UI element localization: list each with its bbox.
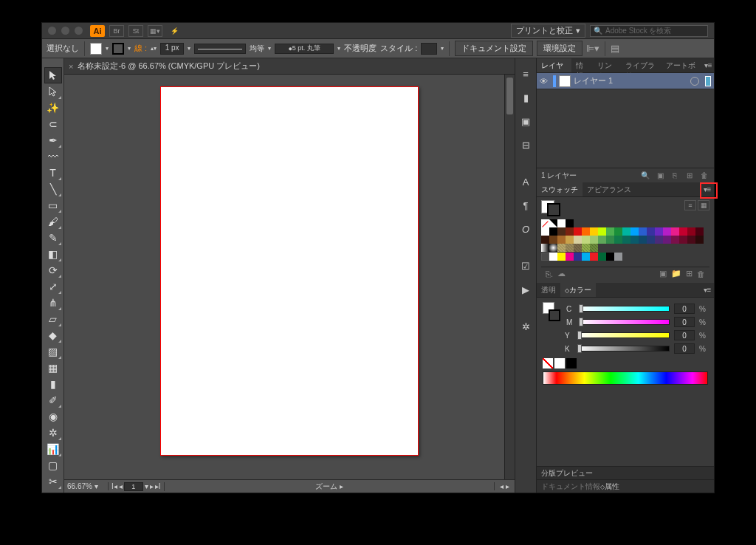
swatch[interactable]	[582, 253, 590, 261]
align-menu-icon[interactable]: ⊫▾	[586, 43, 599, 54]
lasso-tool[interactable]: ⊂	[44, 116, 62, 132]
cyan-input[interactable]: 0	[674, 304, 695, 314]
rectangle-tool[interactable]: ▭	[44, 197, 62, 213]
graphic-style-dropdown[interactable]	[421, 43, 437, 55]
blend-tool[interactable]: ◉	[44, 408, 62, 425]
visibility-toggle-icon[interactable]: 👁	[540, 77, 550, 86]
layer-target-icon[interactable]	[690, 77, 699, 86]
swatch[interactable]	[647, 236, 655, 244]
swatch[interactable]	[630, 236, 639, 244]
current-fill-stroke[interactable]	[541, 200, 560, 216]
control-bar-menu-icon[interactable]: ▤	[611, 43, 619, 54]
dock-opentype-icon[interactable]: O	[518, 221, 534, 237]
mesh-tool[interactable]: ▦	[44, 360, 62, 376]
color-panel-menu-icon[interactable]: ▾≡	[701, 283, 714, 297]
swatch[interactable]	[557, 253, 566, 261]
swatch-options-icon[interactable]: ▣	[659, 269, 667, 278]
dock-navigator-icon[interactable]: ✲	[518, 318, 534, 335]
eyedropper-tool[interactable]: ✐	[44, 392, 62, 408]
stroke-swatch[interactable]	[112, 43, 124, 55]
black-input[interactable]: 0	[674, 343, 695, 354]
yellow-input[interactable]: 0	[674, 330, 695, 340]
shape-builder-tool[interactable]: ◆	[44, 327, 62, 343]
swatch[interactable]	[695, 236, 704, 244]
swatch[interactable]	[566, 253, 574, 261]
curvature-tool[interactable]: 〰	[44, 148, 62, 165]
arrange-documents-button[interactable]: ▦▾	[148, 25, 162, 37]
slice-tool[interactable]: ✂	[44, 473, 62, 490]
swatch[interactable]	[614, 236, 622, 244]
artboard[interactable]	[160, 86, 419, 456]
swatch[interactable]	[541, 219, 549, 227]
yellow-slider[interactable]	[578, 332, 670, 338]
tab-layers[interactable]: レイヤー	[537, 58, 571, 72]
document-tab[interactable]: 名称未設定-6 @ 66.67% (CMYK/GPU プレビュー)	[78, 61, 259, 72]
swatch[interactable]	[566, 219, 574, 227]
symbol-sprayer-tool[interactable]: ✲	[44, 425, 62, 441]
swatch[interactable]	[647, 227, 655, 236]
swatch[interactable]	[549, 227, 557, 236]
magenta-input[interactable]: 0	[674, 317, 695, 327]
color-group-folder-icon[interactable]	[541, 253, 549, 261]
swatch[interactable]	[557, 244, 566, 252]
tab-document-info[interactable]: ドキュメント情報	[541, 481, 600, 492]
close-window-button[interactable]	[48, 27, 56, 35]
dock-character-icon[interactable]: A	[518, 174, 534, 190]
new-color-group-icon[interactable]: 📁	[671, 269, 681, 278]
swatch[interactable]	[557, 236, 566, 244]
swatch[interactable]	[566, 227, 574, 236]
artboard-tool[interactable]: ▢	[44, 457, 62, 473]
delete-layer-icon[interactable]: 🗑	[699, 171, 709, 179]
create-layer-icon[interactable]: ⊞	[684, 171, 695, 179]
eraser-tool[interactable]: ◧	[44, 246, 62, 262]
none-color-chip[interactable]	[543, 358, 553, 369]
stock-search-input[interactable]: 🔍 Adobe Stock を検索	[590, 25, 708, 37]
swatch[interactable]	[695, 227, 704, 236]
swatch-grid-view-icon[interactable]: ▦	[698, 200, 709, 210]
workspace-switcher[interactable]: プリントと校正▾	[511, 24, 585, 38]
artboard-navigation[interactable]: I◂◂1▾▸▸I	[109, 482, 165, 491]
dock-paragraph-icon[interactable]: ¶	[518, 197, 534, 213]
create-sublayer-icon[interactable]: ⎘	[670, 171, 680, 179]
swatch[interactable]	[574, 236, 582, 244]
make-clipping-mask-icon[interactable]: ▣	[655, 171, 665, 179]
swatch[interactable]	[671, 236, 679, 244]
perspective-grid-tool[interactable]: ▨	[44, 343, 62, 360]
free-transform-tool[interactable]: ▱	[44, 311, 62, 327]
swatch-libraries-menu-icon[interactable]: ⎘.	[546, 270, 553, 278]
line-segment-tool[interactable]: ╲	[44, 181, 62, 197]
swatches-panel-menu-icon[interactable]: ▾≡	[701, 182, 714, 196]
type-tool[interactable]: T	[44, 165, 62, 181]
document-setup-button[interactable]: ドキュメント設定	[455, 41, 533, 56]
color-spectrum[interactable]	[543, 371, 708, 385]
pen-tool[interactable]: ✒	[44, 132, 62, 148]
swatch[interactable]	[541, 236, 549, 244]
swatch[interactable]	[598, 236, 606, 244]
swatch[interactable]	[606, 253, 614, 261]
swatch[interactable]	[671, 227, 679, 236]
tab-info[interactable]: 情報	[571, 58, 593, 72]
locate-object-icon[interactable]: 🔍	[640, 171, 650, 179]
selection-tool[interactable]	[44, 67, 62, 83]
paintbrush-tool[interactable]: 🖌	[44, 213, 62, 230]
delete-swatch-icon[interactable]: 🗑	[697, 270, 705, 278]
dock-transform-icon[interactable]: ▣	[518, 113, 534, 129]
fill-swatch[interactable]	[90, 43, 102, 55]
scale-tool[interactable]: ⤢	[44, 278, 62, 295]
stock-button[interactable]: St	[128, 25, 143, 37]
swatch[interactable]	[574, 244, 582, 252]
tab-appearance[interactable]: アピアランス	[583, 182, 636, 196]
swatch[interactable]	[655, 227, 663, 236]
swatch[interactable]	[566, 236, 574, 244]
column-graph-tool[interactable]: 📊	[44, 441, 62, 457]
swatch[interactable]	[549, 219, 557, 227]
vertical-scrollbar[interactable]	[504, 75, 515, 479]
swatches-grid[interactable]	[541, 219, 704, 261]
swatch[interactable]	[590, 244, 598, 252]
dock-gradient-icon[interactable]: ▮	[518, 89, 534, 106]
status-center-label[interactable]: ズーム ▸	[165, 481, 494, 492]
swatch[interactable]	[663, 236, 671, 244]
swatch-kinds-menu-icon[interactable]: ☁	[557, 269, 566, 278]
swatch[interactable]	[655, 236, 663, 244]
swatch[interactable]	[566, 244, 574, 252]
